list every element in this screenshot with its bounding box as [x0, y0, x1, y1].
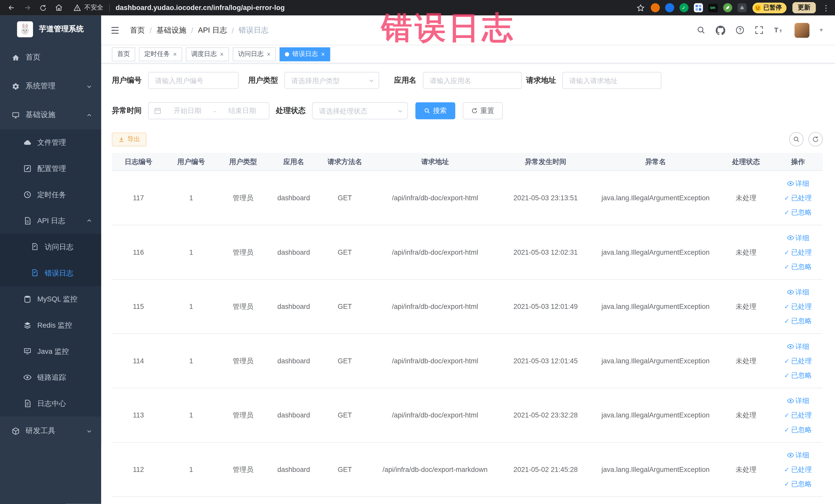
github-icon[interactable] — [716, 25, 726, 35]
action-processed[interactable]: ✓已处理 — [784, 301, 812, 312]
sidebar-item-tracing[interactable]: 链路追踪 — [0, 364, 101, 390]
tab-dispatch-logs[interactable]: 调度日志× — [186, 47, 229, 61]
action-processed[interactable]: ✓已处理 — [784, 464, 812, 475]
back-icon[interactable] — [7, 4, 15, 12]
url-text[interactable]: dashboard.yudao.iocoder.cn/infra/log/api… — [116, 4, 285, 12]
extension-blue-icon[interactable] — [665, 3, 674, 12]
action-detail[interactable]: 详细 — [787, 233, 809, 244]
sidebar-item-error-logs[interactable]: 错误日志 — [0, 260, 101, 286]
sidebar-item-java-monitor[interactable]: Java 监控 — [0, 338, 101, 364]
action-processed[interactable]: ✓已处理 — [784, 192, 812, 204]
close-icon[interactable]: × — [173, 51, 177, 57]
check-icon: ✓ — [784, 426, 790, 433]
check-icon: ✓ — [784, 481, 790, 487]
browser-menu-icon[interactable]: ⋮ — [822, 3, 830, 12]
extension-orange-icon[interactable] — [650, 3, 659, 12]
cloud-icon — [23, 138, 31, 146]
sidebar-item-label: Java 监控 — [37, 347, 69, 356]
extension-grid-icon[interactable] — [694, 3, 702, 12]
action-processed[interactable]: ✓已处理 — [784, 247, 812, 258]
close-icon[interactable]: × — [267, 51, 270, 57]
caret-down-icon[interactable]: ▾ — [820, 27, 823, 34]
home-browser-icon[interactable] — [55, 4, 63, 12]
app-name-label: 应用名 — [394, 76, 416, 85]
tab-scheduled-tasks[interactable]: 定时任务× — [139, 47, 182, 61]
search-icon[interactable] — [697, 26, 706, 35]
security-indicator[interactable]: 不安全 — [74, 3, 103, 12]
extension-puzzle-icon[interactable] — [737, 3, 746, 12]
action-ignored[interactable]: ✓已忽略 — [784, 478, 812, 490]
tab-home[interactable]: 首页 — [112, 47, 135, 61]
close-icon[interactable]: × — [220, 51, 224, 57]
breadcrumb: 首页 / 基础设施 / API 日志 / 错误日志 — [130, 25, 268, 35]
action-ignored[interactable]: ✓已忽略 — [784, 261, 812, 273]
breadcrumb-item[interactable]: 首页 — [130, 25, 145, 35]
sidebar-item-config-management[interactable]: 配置管理 — [0, 156, 101, 182]
sidebar-item-api-logs[interactable]: API 日志 — [0, 208, 101, 234]
smiley-icon — [754, 4, 761, 12]
search-button[interactable]: 搜索 — [415, 102, 455, 119]
action-processed[interactable]: ✓已处理 — [784, 409, 812, 421]
request-url-input[interactable] — [563, 72, 661, 89]
paused-badge[interactable]: 已暂停 — [752, 2, 787, 13]
process-status-select[interactable] — [312, 102, 408, 119]
sidebar-item-file-management[interactable]: 文件管理 — [0, 129, 101, 156]
forward-icon[interactable] — [23, 4, 31, 12]
action-detail[interactable]: 详细 — [787, 395, 809, 406]
action-processed[interactable]: ✓已处理 — [784, 355, 812, 367]
error-log-table: 日志编号 用户编号 用户类型 应用名 请求方法名 请求地址 异常发生时间 异常名… — [112, 153, 823, 497]
action-ignored[interactable]: ✓已忽略 — [784, 424, 812, 435]
sidebar-item-redis-monitor[interactable]: Redis 监控 — [0, 312, 101, 338]
breadcrumb-item[interactable]: API 日志 — [198, 25, 227, 35]
user-type-select[interactable] — [284, 72, 379, 89]
document-icon — [31, 243, 39, 251]
reload-icon[interactable] — [40, 4, 47, 12]
app-logo[interactable]: 芋道管理系统 — [0, 15, 101, 43]
check-icon: ✓ — [784, 209, 790, 216]
process-status-select-input[interactable] — [312, 102, 408, 119]
sidebar-collapse-icon[interactable] — [109, 25, 120, 35]
help-icon[interactable] — [736, 26, 745, 35]
chevron-up-icon — [86, 218, 92, 224]
update-button[interactable]: 更新 — [792, 2, 816, 13]
app-name-input[interactable] — [423, 72, 522, 89]
sidebar-item-access-logs[interactable]: 访问日志 — [0, 234, 101, 260]
font-size-icon[interactable]: TT — [774, 26, 785, 35]
column-header: 用户类型 — [217, 157, 269, 166]
tab-access-logs[interactable]: 访问日志× — [233, 47, 276, 61]
export-button[interactable]: 导出 — [112, 133, 147, 146]
action-ignored[interactable]: ✓已忽略 — [784, 370, 812, 381]
sidebar-item-mysql-monitor[interactable]: MySQL 监控 — [0, 286, 101, 312]
action-detail[interactable]: 详细 — [787, 449, 809, 461]
refresh-table-button[interactable] — [808, 132, 823, 147]
reset-button[interactable]: 重置 — [463, 102, 503, 119]
sidebar-item-scheduled-tasks[interactable]: 定时任务 — [0, 182, 101, 208]
action-ignored[interactable]: ✓已忽略 — [784, 315, 812, 327]
user-avatar[interactable] — [795, 23, 810, 38]
sidebar-item-dev-tools[interactable]: 研发工具 — [0, 417, 101, 445]
column-header: 请求方法名 — [319, 157, 371, 166]
filter-row-2: 异常时间 开始日期 - 结束日期 处理状态 搜索 — [112, 102, 823, 119]
extension-on-badge[interactable]: on — [708, 3, 717, 12]
action-ignored[interactable]: ✓已忽略 — [784, 207, 812, 218]
date-range-picker[interactable]: 开始日期 - 结束日期 — [148, 102, 269, 119]
sidebar-item-home[interactable]: 首页 — [0, 43, 101, 72]
extension-green-check-icon[interactable]: ✓ — [679, 3, 688, 12]
breadcrumb-item[interactable]: 基础设施 — [157, 25, 186, 35]
tab-error-logs[interactable]: 错误日志× — [280, 47, 330, 61]
user-type-select-input[interactable] — [284, 72, 379, 89]
close-icon[interactable]: × — [321, 51, 325, 57]
paused-label: 已暂停 — [763, 4, 782, 12]
action-detail[interactable]: 详细 — [787, 341, 809, 352]
fullscreen-icon[interactable] — [755, 26, 764, 35]
user-id-input[interactable] — [148, 72, 239, 89]
star-bookmark-icon[interactable] — [636, 3, 645, 12]
toggle-search-button[interactable] — [789, 132, 804, 147]
extension-leaf-icon[interactable] — [723, 3, 732, 12]
action-detail[interactable]: 详细 — [787, 286, 809, 298]
sidebar-item-infrastructure[interactable]: 基础设施 — [0, 101, 101, 129]
sidebar-item-system[interactable]: 系统管理 — [0, 72, 101, 101]
sidebar-item-log-center[interactable]: 日志中心 — [0, 390, 101, 417]
action-detail[interactable]: 详细 — [787, 178, 809, 189]
document-icon — [31, 269, 39, 277]
